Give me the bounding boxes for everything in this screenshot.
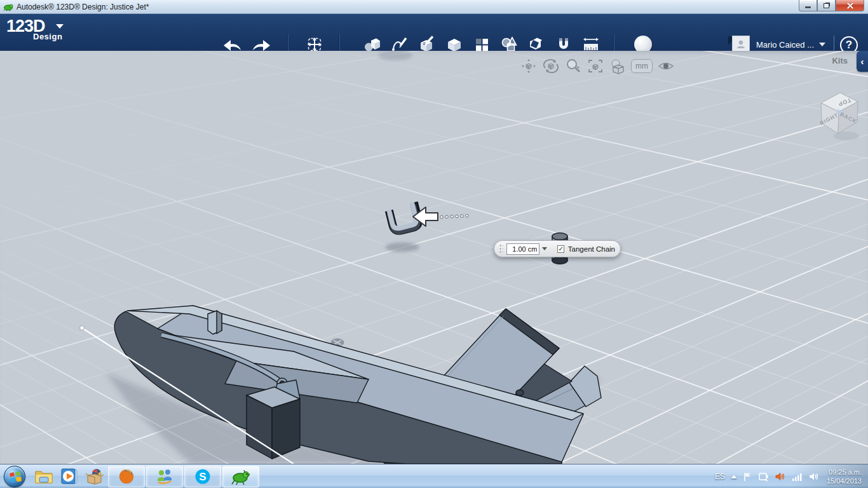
fit-button[interactable] <box>587 57 604 75</box>
units-label: mm <box>635 62 648 71</box>
tray-network-icon[interactable] <box>792 471 803 482</box>
tray-up-arrow-icon[interactable] <box>731 471 737 478</box>
main-toolbar: 123D Design <box>0 14 868 51</box>
scene-svg <box>0 51 868 464</box>
u-part-shadow <box>385 243 419 252</box>
clock-time: 09:25 a.m. <box>827 468 862 477</box>
kits-collapse-button[interactable]: ‹ <box>857 51 868 72</box>
start-orb-icon <box>4 466 26 488</box>
taskbar-messenger-button[interactable] <box>146 466 183 487</box>
app-logo[interactable]: 123D Design <box>6 18 62 41</box>
fillet-hud-popup: ✓ Tangent Chain <box>494 240 621 257</box>
view-nav-toolbar: mm <box>520 57 675 75</box>
logo-subtext: Design <box>33 32 62 41</box>
help-icon: ? <box>846 39 852 51</box>
tray-speaker-icon[interactable] <box>809 471 820 482</box>
close-button[interactable] <box>836 0 864 11</box>
kits-panel-label: Kits <box>832 56 848 65</box>
tray-volume-mixer-icon[interactable] <box>775 471 786 482</box>
pan-icon <box>520 58 537 74</box>
orbit-icon <box>543 58 559 74</box>
tray-flag-icon[interactable] <box>743 471 753 482</box>
taskbar-explorer-button[interactable] <box>31 465 57 488</box>
shading-icon <box>609 58 626 74</box>
box-app-icon <box>85 468 104 485</box>
shading-button[interactable] <box>609 57 627 75</box>
titlebar[interactable]: Autodesk® 123D® Design: Justice Jet* <box>0 0 868 14</box>
restore-button[interactable] <box>817 0 836 11</box>
start-button[interactable] <box>4 466 25 487</box>
taskbar-skype-button[interactable]: S <box>184 466 221 487</box>
minimize-icon <box>805 6 811 8</box>
taskbar-firefox-button[interactable] <box>108 466 145 487</box>
viewport-canvas[interactable]: mm Kits ‹ TOP RIGHT BACK <box>0 51 868 464</box>
messenger-icon <box>155 467 174 486</box>
media-player-icon <box>60 468 79 485</box>
window-title: Autodesk® 123D® Design: Justice Jet* <box>17 3 149 11</box>
orbit-button[interactable] <box>542 57 560 75</box>
visibility-eye-icon <box>658 58 674 74</box>
radius-value-input[interactable] <box>506 243 539 255</box>
app-123d-taskbar-icon <box>231 468 251 485</box>
skype-icon: S <box>193 467 212 486</box>
viewcube[interactable]: TOP RIGHT BACK <box>813 86 864 145</box>
tray-power-icon[interactable] <box>759 471 770 482</box>
kits-collapse-chevron-icon: ‹ <box>861 56 864 67</box>
restore-icon <box>824 3 829 8</box>
firefox-icon <box>117 467 136 486</box>
language-indicator[interactable]: ES <box>715 472 725 481</box>
taskbar-box-app-button[interactable] <box>82 465 107 488</box>
fit-icon <box>587 58 604 74</box>
taskbar-123d-button[interactable] <box>222 466 259 487</box>
system-tray: ES <box>715 464 865 488</box>
hud-grip-handle[interactable] <box>499 244 503 254</box>
zoom-icon <box>565 58 581 74</box>
taskbar-clock[interactable]: 09:25 a.m. 15/04/2013 <box>827 468 862 485</box>
application-window: Autodesk® 123D® Design: Justice Jet* 123… <box>0 0 868 488</box>
minimize-button[interactable] <box>799 0 817 11</box>
user-dropdown-caret-icon <box>819 43 825 50</box>
tangent-chain-checkbox[interactable]: ✓ <box>557 245 564 253</box>
skype-letter: S <box>199 471 206 483</box>
windows-taskbar: S ES <box>0 464 868 488</box>
pan-button[interactable] <box>520 57 538 75</box>
taskbar-media-player-button[interactable] <box>57 465 82 488</box>
radius-dropdown-caret-icon[interactable] <box>542 247 547 253</box>
clock-date: 15/04/2013 <box>827 477 862 485</box>
visibility-button[interactable] <box>657 57 675 75</box>
tangent-chain-label: Tangent Chain <box>568 245 615 253</box>
explorer-icon <box>34 468 53 485</box>
user-name: Mario Caiced ... <box>756 40 814 50</box>
app-mascot-icon <box>3 3 13 11</box>
zoom-button[interactable] <box>564 57 582 75</box>
units-button[interactable]: mm <box>631 59 653 73</box>
app-menu-chevron-icon[interactable] <box>56 24 64 29</box>
check-icon: ✓ <box>558 245 563 252</box>
close-icon <box>846 3 853 8</box>
